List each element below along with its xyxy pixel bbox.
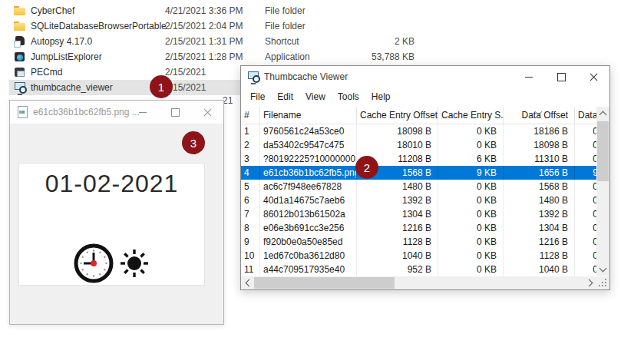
cell-number: 7 — [241, 207, 260, 221]
menu-item[interactable]: View — [299, 89, 332, 105]
cell-number: 9 — [241, 235, 260, 249]
cell-data-offset: 1392 B — [504, 207, 575, 221]
image-file-icon — [16, 106, 28, 118]
cell-filename: e06e3b691cc3e256 — [260, 221, 357, 235]
file-row[interactable]: JumpListExplorer 2/15/2021 1:28 PM Appli… — [9, 49, 424, 64]
cell-number: 1 — [241, 124, 260, 138]
cell-cache-entry-offset: 1392 B — [357, 193, 438, 207]
scroll-up-button[interactable] — [596, 107, 609, 120]
callout-badge-3: 3 — [182, 131, 205, 154]
minimize-icon — [139, 112, 147, 113]
column-header-data[interactable]: Data — [575, 107, 596, 124]
cache-entry-row[interactable]: 9 f920b0e0a50e85ed 1128 B 0 KB 1216 B 0 — [241, 235, 609, 249]
cache-entry-row[interactable]: 5 ac6c7f948ee67828 1480 B 0 KB 1568 B 0 — [241, 180, 609, 193]
file-date-modified: 2/15/2021 1:31 PM — [165, 34, 243, 49]
cell-data-offset: 1568 B — [504, 180, 575, 193]
cache-entry-row[interactable]: 3 ?80192225?100000001... 11208 B 6 KB 11… — [241, 152, 609, 166]
file-icon — [14, 66, 26, 78]
callout-badge-1: 1 — [150, 75, 173, 98]
cell-cache-entry-size: 0 KB — [438, 221, 504, 235]
cell-number: 10 — [241, 249, 260, 263]
image-glyphs — [19, 242, 204, 285]
cell-data-offset: 18186 B — [504, 124, 575, 138]
scroll-left-button[interactable] — [241, 276, 254, 289]
cache-entry-row[interactable]: 6 40d1a14675c7aeb6 1392 B 0 KB 1480 B 0 — [241, 193, 609, 207]
column-header-cache-entry-size[interactable]: Cache Entry S... — [438, 107, 504, 124]
file-size: 53,788 KB — [338, 49, 414, 64]
cache-entry-row[interactable]: 4 e61cb36b1bc62fb5.png 1568 B 9 KB 1656 … — [241, 166, 609, 180]
cell-filename: 86012b013b61502a — [260, 207, 357, 221]
thumbcache-titlebar[interactable]: Thumbcache Viewer — [241, 66, 609, 88]
file-type: File folder — [265, 3, 305, 18]
cache-entry-row[interactable]: 10 1ed67c0ba3612d80 1040 B 0 KB 1128 B 0 — [241, 249, 609, 263]
file-name: JumpListExplorer — [31, 49, 102, 64]
menu-item[interactable]: Edit — [271, 89, 299, 105]
cache-entry-row[interactable]: 8 e06e3b691cc3e256 1216 B 0 KB 1304 B 0 — [241, 221, 609, 235]
file-row[interactable]: SQLiteDatabaseBrowserPortable 2/15/2021 … — [9, 18, 424, 34]
scroll-down-button[interactable] — [596, 263, 609, 276]
close-icon — [203, 108, 212, 117]
cell-number: 6 — [241, 193, 260, 207]
cell-data-clipped: 0 — [575, 207, 596, 221]
cell-data-clipped: 0 — [575, 180, 596, 193]
cell-data-offset: 18098 B — [504, 138, 575, 152]
minimize-button[interactable] — [127, 101, 159, 124]
thumbnail-image: 01-02-2021 — [18, 163, 205, 286]
file-type: Application — [265, 49, 310, 64]
horizontal-scroll-thumb[interactable] — [254, 277, 395, 289]
menu-item[interactable]: File — [244, 89, 271, 105]
close-button[interactable] — [191, 101, 223, 124]
cache-entry-row[interactable]: 11 a44c709517935e40 952 B 0 KB 1040 B 0 — [241, 263, 609, 276]
column-header-cache-entry-offset[interactable]: Cache Entry Offset — [357, 107, 438, 124]
file-row[interactable]: Autopsy 4.17.0 2/15/2021 1:31 PM Shortcu… — [9, 34, 424, 49]
cache-entry-row[interactable]: 1 9760561c24a53ce0 18098 B 0 KB 18186 B … — [241, 124, 609, 138]
file-name: Autopsy 4.17.0 — [31, 34, 92, 49]
sun-icon — [120, 249, 149, 278]
file-name: PECmd — [31, 64, 62, 80]
cell-cache-entry-size: 9 KB — [438, 166, 504, 180]
menu-bar: File Edit View Tools Help — [241, 88, 609, 107]
cell-data-offset: 1480 B — [504, 193, 575, 207]
menu-item[interactable]: Help — [365, 89, 397, 105]
maximize-button[interactable] — [159, 101, 191, 124]
resize-grip[interactable] — [596, 276, 609, 289]
cell-data-clipped: 0 — [575, 249, 596, 263]
column-header-number[interactable]: # — [241, 107, 260, 124]
file-icon — [14, 81, 26, 94]
vertical-scrollbar[interactable] — [596, 107, 609, 276]
cell-data-clipped: 0 — [575, 193, 596, 207]
file-date-modified: 2/15/2021 — [165, 64, 206, 80]
cell-filename: da53402c9547c475 — [260, 138, 357, 152]
image-viewer-titlebar[interactable]: e61cb36b1bc62fb5.png ... — [10, 101, 223, 124]
maximize-button[interactable] — [545, 66, 577, 88]
file-row[interactable]: CyberChef 4/21/2021 3:36 PM File folder — [9, 3, 424, 18]
cell-cache-entry-offset: 1128 B — [357, 235, 438, 249]
cell-data-clipped: 0 — [575, 235, 596, 249]
cell-filename: 40d1a14675c7aeb6 — [260, 193, 357, 207]
list-header: # Filename Cache Entry Offset Cache Entr… — [241, 107, 609, 124]
cache-entry-row[interactable]: 2 da53402c9547c475 18010 B 0 KB 18098 B … — [241, 138, 609, 152]
horizontal-scrollbar[interactable] — [241, 276, 596, 289]
clock-icon — [74, 243, 114, 283]
maximize-icon — [171, 108, 180, 117]
cell-data-offset: 1304 B — [504, 221, 575, 235]
cell-filename: f920b0e0a50e85ed — [260, 235, 357, 249]
file-icon — [14, 20, 26, 32]
image-viewer-title: e61cb36b1bc62fb5.png ... — [33, 107, 140, 117]
cell-data-clipped: 0 — [575, 138, 596, 152]
cell-cache-entry-size: 6 KB — [438, 152, 504, 166]
vertical-scroll-thumb[interactable] — [597, 121, 609, 181]
cell-data-clipped: 9 — [575, 166, 596, 180]
callout-badge-2: 2 — [355, 156, 378, 179]
cache-entry-row[interactable]: 7 86012b013b61502a 1304 B 0 KB 1392 B 0 — [241, 207, 609, 221]
minimize-icon — [525, 77, 533, 78]
menu-item[interactable]: Tools — [332, 89, 365, 105]
column-header-filename[interactable]: Filename — [260, 107, 357, 124]
file-date-modified: 4/21/2021 3:36 PM — [165, 3, 243, 18]
scroll-right-button[interactable] — [583, 276, 596, 289]
cell-cache-entry-size: 0 KB — [438, 180, 504, 193]
cell-data-clipped: 0 — [575, 221, 596, 235]
minimize-button[interactable] — [513, 66, 545, 88]
close-button[interactable] — [577, 66, 609, 88]
cell-number: 11 — [241, 263, 260, 276]
